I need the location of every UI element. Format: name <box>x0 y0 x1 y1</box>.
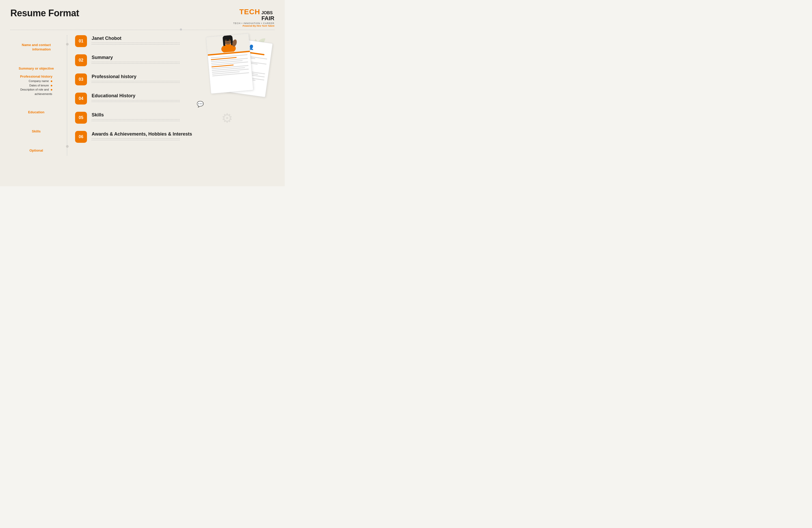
logo-fair: FAIR <box>261 15 274 22</box>
sidebar-label-name-contact: Name and contactinformation <box>22 43 51 52</box>
divider <box>10 30 274 30</box>
dash-line <box>92 81 180 81</box>
dash-line <box>92 62 180 62</box>
logo-main: TECH JOBS FAIR <box>240 8 274 22</box>
header: Resume Format TECH JOBS FAIR TECH • INNO… <box>10 8 274 27</box>
page-title: Resume Format <box>10 8 79 19</box>
dash-line <box>92 102 180 102</box>
sidebar: Name and contactinformation Summary or o… <box>10 35 67 156</box>
logo-area: TECH JOBS FAIR TECH • INNOVATION • CAREE… <box>233 8 274 27</box>
page-wrapper: Resume Format TECH JOBS FAIR TECH • INNO… <box>0 0 285 186</box>
number-badge-4: 04 <box>75 93 87 104</box>
dash-line <box>92 63 180 64</box>
main-content: Name and contactinformation Summary or o… <box>10 35 274 156</box>
number-badge-2: 02 <box>75 54 87 66</box>
illustration: 🌿 👤 <box>191 33 279 141</box>
sidebar-label-education: Education <box>28 110 44 115</box>
sidebar-item-education: Education <box>10 98 62 117</box>
dash-line <box>92 83 180 83</box>
logo-subtitle: TECH • INNOVATION • CAREER <box>233 22 274 25</box>
number-badge-5: 05 <box>75 112 87 124</box>
number-badge-6: 06 <box>75 131 87 143</box>
sidebar-item-skills: Skills <box>10 117 62 136</box>
logo-powered: Powered By Hire Tech Talent <box>243 25 274 27</box>
dash-line <box>92 138 180 139</box>
sidebar-item-name-contact: Name and contactinformation <box>10 35 62 54</box>
dash-line <box>92 43 180 43</box>
sidebar-label-optional: Optional <box>29 148 43 153</box>
sidebar-label-professional: Professional history <box>20 74 53 79</box>
number-badge-3: 03 <box>75 73 87 85</box>
gear-icon: ⚙ <box>221 111 233 126</box>
sidebar-label-summary: Summary or objective <box>19 67 54 71</box>
logo-tech: TECH <box>240 8 260 16</box>
sidebar-label-skills: Skills <box>32 129 41 134</box>
sidebar-sub-professional: Company name Dates of tenure Description… <box>20 79 52 96</box>
person-svg <box>214 33 242 53</box>
sidebar-item-professional: Professional history Company name Dates … <box>10 73 62 98</box>
logo-jobs: JOBS <box>261 11 274 15</box>
resume-page-front <box>206 33 254 94</box>
sidebar-item-optional: Optional <box>10 136 62 156</box>
dash-line <box>92 140 180 140</box>
number-badge-1: 01 <box>75 35 87 47</box>
sidebar-item-summary: Summary or objective <box>10 54 62 73</box>
chat-icon: 💬 <box>197 101 204 108</box>
dash-line <box>92 121 180 121</box>
